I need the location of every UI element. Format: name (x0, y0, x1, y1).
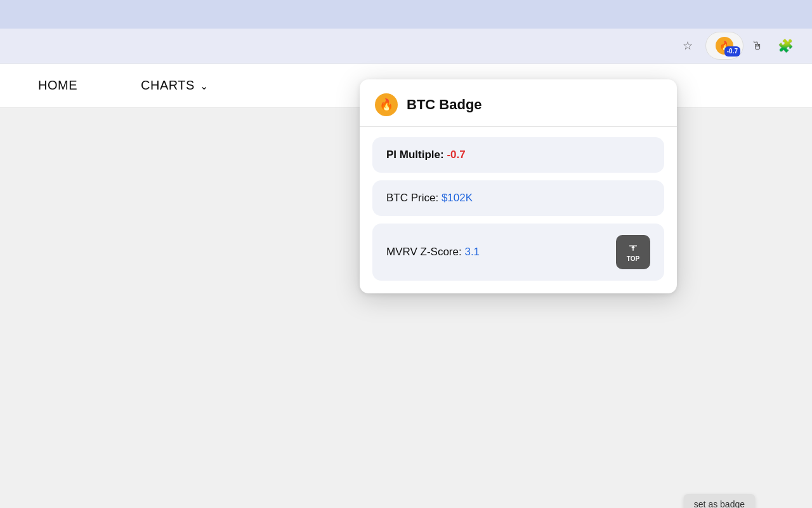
mvrv-card: MVRV Z-Score: 3.1 TOP (372, 224, 664, 281)
extensions-area: 🔥 -0.7 🖱 🧩 (705, 32, 799, 60)
star-button[interactable]: ☆ (675, 33, 700, 58)
pi-multiple-card: PI Multiple: -0.7 (372, 137, 664, 173)
nav-home-label: HOME (38, 78, 77, 93)
btc-badge-extension[interactable]: 🔥 -0.7 (705, 32, 743, 60)
btc-price-value: $102K (442, 192, 473, 204)
top-button[interactable]: TOP (616, 235, 650, 269)
page-body: 🔥 BTC Badge PI Multiple: -0.7 BTC Price:… (0, 108, 812, 508)
mouse-icon: 🖱 (752, 39, 763, 53)
extensions-menu-button[interactable]: 🧩 (771, 32, 799, 60)
nav-charts-label: CHARTS (141, 78, 195, 93)
popup-logo: 🔥 (375, 93, 398, 116)
mvrv-value: 3.1 (464, 246, 480, 258)
popup-content: PI Multiple: -0.7 BTC Price: $102K MVRV … (360, 127, 677, 293)
nav-charts[interactable]: CHARTS ⌄ (141, 78, 208, 93)
star-icon: ☆ (683, 39, 693, 53)
mvrv-label: MVRV Z-Score: 3.1 (386, 246, 480, 258)
browser-top-bar (0, 0, 812, 29)
browser-toolbar: ☆ 🔥 -0.7 🖱 🧩 (0, 29, 812, 64)
pi-multiple-label: PI Multiple: -0.7 (386, 149, 466, 161)
pi-multiple-value: -0.7 (447, 149, 465, 161)
btc-price-card: BTC Price: $102K (372, 180, 664, 216)
top-button-label: TOP (627, 255, 639, 262)
badge-value: -0.7 (724, 46, 740, 57)
popup-title: BTC Badge (407, 97, 482, 113)
top-arrow-icon (627, 243, 639, 254)
set-as-badge-tooltip: set as badge (684, 494, 755, 508)
mouse-extension-button[interactable]: 🖱 (746, 34, 769, 57)
puzzle-icon: 🧩 (778, 38, 794, 53)
btc-badge-popup: 🔥 BTC Badge PI Multiple: -0.7 BTC Price:… (360, 79, 677, 293)
chevron-down-icon: ⌄ (200, 80, 209, 92)
popup-header: 🔥 BTC Badge (360, 79, 677, 127)
nav-home[interactable]: HOME (38, 78, 77, 93)
btc-price-label: BTC Price: $102K (386, 192, 473, 204)
